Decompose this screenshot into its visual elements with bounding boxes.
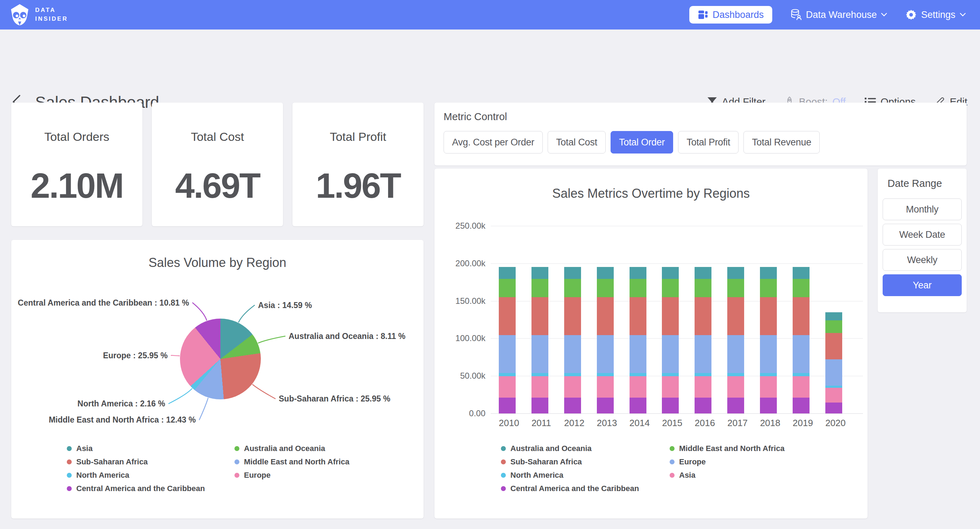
legend-item[interactable]: Central America and the Caribbean xyxy=(67,484,234,493)
bar-segment[interactable] xyxy=(793,335,810,373)
legend-item[interactable]: Asia xyxy=(67,444,234,453)
legend-item[interactable]: North America xyxy=(67,471,234,480)
bar-segment[interactable] xyxy=(662,297,679,335)
bar-segment[interactable] xyxy=(564,297,581,335)
legend-item[interactable]: Middle East and North Africa xyxy=(234,458,349,467)
bar-segment[interactable] xyxy=(564,335,581,373)
bar-segment[interactable] xyxy=(630,373,646,376)
bar-segment[interactable] xyxy=(825,402,842,413)
bar-segment[interactable] xyxy=(531,398,548,413)
bar-segment[interactable] xyxy=(760,398,777,413)
bar-segment[interactable] xyxy=(793,373,810,376)
bar-segment[interactable] xyxy=(825,359,842,386)
bar-segment[interactable] xyxy=(499,279,515,297)
legend-item[interactable]: Australia and Oceania xyxy=(234,444,349,453)
bar-segment[interactable] xyxy=(499,398,515,413)
bar-segment[interactable] xyxy=(662,267,679,279)
bar-segment[interactable] xyxy=(825,312,842,320)
bar-segment[interactable] xyxy=(727,335,744,373)
bar-segment[interactable] xyxy=(760,376,777,398)
legend-item[interactable]: Australia and Oceania xyxy=(501,444,670,453)
metric-button-total-order[interactable]: Total Order xyxy=(611,131,673,154)
bar-segment[interactable] xyxy=(760,373,777,376)
nav-item-dashboards[interactable]: Dashboards xyxy=(689,6,772,24)
bar-segment[interactable] xyxy=(499,335,515,373)
bar-segment[interactable] xyxy=(597,373,614,376)
bar-segment[interactable] xyxy=(630,297,646,335)
legend-item[interactable]: Sub-Saharan Africa xyxy=(501,458,670,467)
bar-segment[interactable] xyxy=(825,320,842,333)
bar-segment[interactable] xyxy=(531,373,548,376)
bar-segment[interactable] xyxy=(825,388,842,402)
bar-segment[interactable] xyxy=(531,297,548,335)
bar-segment[interactable] xyxy=(662,398,679,413)
bar-segment[interactable] xyxy=(727,373,744,376)
metric-button-avg-cost-per-order[interactable]: Avg. Cost per Order xyxy=(444,131,543,154)
brand[interactable]: DATA INSIDER xyxy=(10,3,68,26)
bar-segment[interactable] xyxy=(531,267,548,279)
bar-segment[interactable] xyxy=(727,267,744,279)
bar-segment[interactable] xyxy=(662,335,679,373)
bar-segment[interactable] xyxy=(531,335,548,373)
bar-segment[interactable] xyxy=(630,267,646,279)
legend-item[interactable]: Middle East and North Africa xyxy=(670,444,784,453)
bar-segment[interactable] xyxy=(630,335,646,373)
bar-segment[interactable] xyxy=(825,333,842,359)
bar-segment[interactable] xyxy=(695,398,711,413)
date-range-button-year[interactable]: Year xyxy=(883,274,962,296)
bar-segment[interactable] xyxy=(499,373,515,376)
date-range-button-monthly[interactable]: Monthly xyxy=(883,199,962,220)
bar-segment[interactable] xyxy=(793,376,810,398)
bar-segment[interactable] xyxy=(695,335,711,373)
metric-button-total-cost[interactable]: Total Cost xyxy=(548,131,606,154)
bar-segment[interactable] xyxy=(564,398,581,413)
bar-segment[interactable] xyxy=(531,376,548,398)
bar-segment[interactable] xyxy=(727,297,744,335)
bar-segment[interactable] xyxy=(531,279,548,297)
legend-item[interactable]: North America xyxy=(501,471,670,480)
bar-segment[interactable] xyxy=(793,297,810,335)
bar-segment[interactable] xyxy=(597,267,614,279)
bar-segment[interactable] xyxy=(662,373,679,376)
bar-segment[interactable] xyxy=(597,335,614,373)
legend-item[interactable]: Europe xyxy=(670,458,784,467)
bar-segment[interactable] xyxy=(597,398,614,413)
bar-segment[interactable] xyxy=(499,376,515,398)
bar-segment[interactable] xyxy=(695,297,711,335)
bar-segment[interactable] xyxy=(564,279,581,297)
bar-segment[interactable] xyxy=(564,376,581,398)
bar-segment[interactable] xyxy=(597,376,614,398)
legend-item[interactable]: Europe xyxy=(234,471,349,480)
bar-segment[interactable] xyxy=(499,267,515,279)
date-range-button-week-date[interactable]: Week Date xyxy=(883,224,962,246)
bar-segment[interactable] xyxy=(793,398,810,413)
legend-item[interactable]: Asia xyxy=(670,471,784,480)
bar-segment[interactable] xyxy=(499,297,515,335)
legend-item[interactable]: Central America and the Caribbean xyxy=(501,484,670,493)
bar-segment[interactable] xyxy=(727,398,744,413)
bar-segment[interactable] xyxy=(793,267,810,279)
bar-segment[interactable] xyxy=(695,376,711,398)
pie-chart[interactable] xyxy=(180,319,261,399)
bar-segment[interactable] xyxy=(662,279,679,297)
bar-segment[interactable] xyxy=(727,279,744,297)
bar-segment[interactable] xyxy=(695,279,711,297)
bar-segment[interactable] xyxy=(760,335,777,373)
bar-segment[interactable] xyxy=(760,279,777,297)
bar-segment[interactable] xyxy=(662,376,679,398)
nav-item-data-warehouse[interactable]: Data Warehouse xyxy=(791,9,888,21)
bar-segment[interactable] xyxy=(564,267,581,279)
bar-segment[interactable] xyxy=(564,373,581,376)
bar-segment[interactable] xyxy=(630,279,646,297)
bar-segment[interactable] xyxy=(760,267,777,279)
date-range-button-weekly[interactable]: Weekly xyxy=(883,249,962,271)
bar-segment[interactable] xyxy=(793,279,810,297)
bar-segment[interactable] xyxy=(695,373,711,376)
bar-segment[interactable] xyxy=(695,267,711,279)
bar-segment[interactable] xyxy=(630,398,646,413)
metric-button-total-profit[interactable]: Total Profit xyxy=(678,131,738,154)
metric-button-total-revenue[interactable]: Total Revenue xyxy=(743,131,820,154)
bar-segment[interactable] xyxy=(727,376,744,398)
bar-segment[interactable] xyxy=(630,376,646,398)
bar-segment[interactable] xyxy=(597,297,614,335)
